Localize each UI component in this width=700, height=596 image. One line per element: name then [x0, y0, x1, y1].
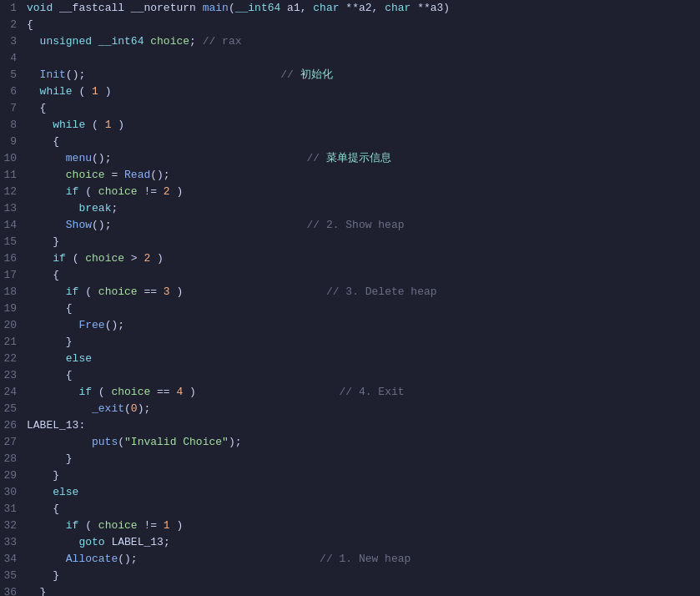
line-number: 7: [0, 100, 27, 117]
line-number: 30: [0, 484, 27, 501]
code-text: {: [27, 501, 700, 518]
code-text: if ( choice > 2 ): [27, 250, 700, 267]
code-line: 31 {: [0, 501, 700, 518]
code-text: Free();: [27, 317, 700, 334]
code-line: 9 {: [0, 134, 700, 150]
code-text: Show(); // 2. Show heap: [27, 217, 700, 234]
code-text: if ( choice == 4 ) // 4. Exit: [27, 384, 700, 401]
line-number: 22: [0, 351, 27, 367]
code-text: void __fastcall __noreturn main(__int64 …: [27, 0, 700, 17]
line-number: 8: [0, 117, 27, 134]
code-line: 28 }: [0, 451, 700, 467]
code-line: 18 if ( choice == 3 ) // 3. Delete heap: [0, 284, 700, 301]
code-line: 2{: [0, 17, 700, 33]
line-number: 27: [0, 434, 27, 451]
line-number: 31: [0, 501, 27, 518]
line-number: 25: [0, 401, 27, 417]
line-number: 17: [0, 267, 27, 284]
code-text: {: [27, 134, 700, 150]
code-line: 26LABEL_13:: [0, 417, 700, 434]
code-line: 36 }: [0, 584, 700, 596]
code-line: 6 while ( 1 ): [0, 83, 700, 100]
code-text: {: [27, 100, 700, 117]
line-number: 19: [0, 301, 27, 317]
code-text: {: [27, 367, 700, 384]
code-line: 15 }: [0, 234, 700, 250]
code-text: }: [27, 334, 700, 351]
code-text: [27, 50, 700, 67]
code-line: 25 _exit(0);: [0, 401, 700, 417]
line-number: 2: [0, 17, 27, 33]
code-line: 32 if ( choice != 1 ): [0, 518, 700, 534]
line-number: 35: [0, 568, 27, 584]
line-number: 21: [0, 334, 27, 351]
code-text: }: [27, 451, 700, 467]
line-number: 14: [0, 217, 27, 234]
code-text: if ( choice == 3 ) // 3. Delete heap: [27, 284, 700, 301]
code-line: 7 {: [0, 100, 700, 117]
line-number: 5: [0, 67, 27, 83]
code-text: else: [27, 484, 700, 501]
code-line: 11 choice = Read();: [0, 167, 700, 184]
code-line: 14 Show(); // 2. Show heap: [0, 217, 700, 234]
code-viewer: 1void __fastcall __noreturn main(__int64…: [0, 0, 700, 596]
code-text: {: [27, 267, 700, 284]
code-line: 21 }: [0, 334, 700, 351]
code-line: 33 goto LABEL_13;: [0, 534, 700, 551]
code-line: 22 else: [0, 351, 700, 367]
line-number: 13: [0, 200, 27, 217]
code-text: }: [27, 467, 700, 484]
code-line: 24 if ( choice == 4 ) // 4. Exit: [0, 384, 700, 401]
line-number: 18: [0, 284, 27, 301]
line-number: 6: [0, 83, 27, 100]
code-line: 17 {: [0, 267, 700, 284]
code-text: {: [27, 17, 700, 33]
code-text: while ( 1 ): [27, 83, 700, 100]
code-line: 5 Init(); // 初始化: [0, 67, 700, 83]
code-text: choice = Read();: [27, 167, 700, 184]
code-text: if ( choice != 2 ): [27, 184, 700, 200]
line-number: 12: [0, 184, 27, 200]
code-text: }: [27, 584, 700, 596]
code-text: else: [27, 351, 700, 367]
code-line: 27 puts("Invalid Choice");: [0, 434, 700, 451]
code-text: _exit(0);: [27, 401, 700, 417]
line-number: 23: [0, 367, 27, 384]
code-line: 16 if ( choice > 2 ): [0, 250, 700, 267]
code-line: 23 {: [0, 367, 700, 384]
code-text: puts("Invalid Choice");: [27, 434, 700, 451]
code-text: if ( choice != 1 ): [27, 518, 700, 534]
code-line: 34 Allocate(); // 1. New heap: [0, 551, 700, 568]
code-text: LABEL_13:: [27, 417, 700, 434]
line-number: 16: [0, 250, 27, 267]
code-line: 20 Free();: [0, 317, 700, 334]
code-line: 1void __fastcall __noreturn main(__int64…: [0, 0, 700, 17]
code-line: 12 if ( choice != 2 ): [0, 184, 700, 200]
line-number: 32: [0, 518, 27, 534]
code-text: }: [27, 234, 700, 250]
code-line: 4: [0, 50, 700, 67]
line-number: 28: [0, 451, 27, 467]
line-number: 9: [0, 134, 27, 150]
code-line: 30 else: [0, 484, 700, 501]
line-number: 15: [0, 234, 27, 250]
code-line: 19 {: [0, 301, 700, 317]
line-number: 1: [0, 0, 27, 17]
code-line: 13 break;: [0, 200, 700, 217]
code-text: Init(); // 初始化: [27, 67, 700, 83]
line-number: 20: [0, 317, 27, 334]
code-line: 3 unsigned __int64 choice; // rax: [0, 33, 700, 50]
line-number: 34: [0, 551, 27, 568]
line-number: 4: [0, 50, 27, 67]
code-text: Allocate(); // 1. New heap: [27, 551, 700, 568]
line-number: 24: [0, 384, 27, 401]
line-number: 33: [0, 534, 27, 551]
code-text: break;: [27, 200, 700, 217]
line-number: 10: [0, 150, 27, 167]
code-line: 8 while ( 1 ): [0, 117, 700, 134]
code-text: while ( 1 ): [27, 117, 700, 134]
line-number: 29: [0, 467, 27, 484]
line-number: 3: [0, 33, 27, 50]
code-text: menu(); // 菜单提示信息: [27, 150, 700, 167]
code-line: 29 }: [0, 467, 700, 484]
